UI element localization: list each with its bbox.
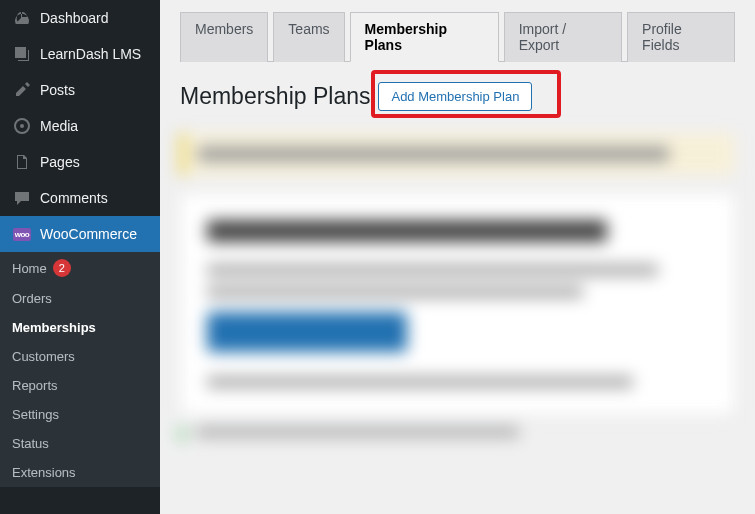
sidebar-item-learndash[interactable]: LearnDash LMS	[0, 36, 160, 72]
tab-members[interactable]: Members	[180, 12, 268, 62]
tab-teams[interactable]: Teams	[273, 12, 344, 62]
tab-membership-plans[interactable]: Membership Plans	[350, 12, 499, 62]
sidebar-label: Pages	[40, 154, 80, 170]
submenu-label: Settings	[12, 407, 59, 422]
sidebar-label: Media	[40, 118, 78, 134]
submenu-label: Extensions	[12, 465, 76, 480]
woocommerce-submenu: Home 2 Orders Memberships Customers Repo…	[0, 252, 160, 487]
submenu-memberships[interactable]: Memberships	[0, 313, 160, 342]
svg-point-1	[20, 124, 24, 128]
pages-icon	[12, 152, 32, 172]
submenu-label: Memberships	[12, 320, 96, 335]
add-membership-plan-button[interactable]: Add Membership Plan	[378, 82, 532, 111]
tab-bar: Members Teams Membership Plans Import / …	[180, 12, 735, 62]
main-content: Members Teams Membership Plans Import / …	[160, 0, 755, 514]
sidebar-item-posts[interactable]: Posts	[0, 72, 160, 108]
submenu-home[interactable]: Home 2	[0, 252, 160, 284]
submenu-label: Reports	[12, 378, 58, 393]
sidebar-item-woocommerce[interactable]: woo WooCommerce	[0, 216, 160, 252]
blurred-region	[180, 133, 735, 441]
submenu-label: Status	[12, 436, 49, 451]
submenu-label: Orders	[12, 291, 52, 306]
submenu-settings[interactable]: Settings	[0, 400, 160, 429]
submenu-status[interactable]: Status	[0, 429, 160, 458]
tab-profile-fields[interactable]: Profile Fields	[627, 12, 735, 62]
sidebar-item-comments[interactable]: Comments	[0, 180, 160, 216]
submenu-reports[interactable]: Reports	[0, 371, 160, 400]
dashboard-icon	[12, 8, 32, 28]
submenu-orders[interactable]: Orders	[0, 284, 160, 313]
sidebar-label: Comments	[40, 190, 108, 206]
tab-import-export[interactable]: Import / Export	[504, 12, 622, 62]
media-icon	[12, 116, 32, 136]
sidebar-item-media[interactable]: Media	[0, 108, 160, 144]
sidebar-label: Dashboard	[40, 10, 109, 26]
sidebar-item-pages[interactable]: Pages	[0, 144, 160, 180]
page-title: Membership Plans	[180, 83, 370, 110]
sidebar-label: WooCommerce	[40, 226, 137, 242]
submenu-label: Customers	[12, 349, 75, 364]
admin-sidebar: Dashboard LearnDash LMS Posts Media Page…	[0, 0, 160, 514]
learndash-icon	[12, 44, 32, 64]
submenu-extensions[interactable]: Extensions	[0, 458, 160, 487]
page-heading-row: Membership Plans Add Membership Plan	[180, 82, 735, 111]
notification-badge: 2	[53, 259, 71, 277]
sidebar-label: LearnDash LMS	[40, 46, 141, 62]
submenu-label: Home	[12, 261, 47, 276]
posts-icon	[12, 80, 32, 100]
comments-icon	[12, 188, 32, 208]
sidebar-label: Posts	[40, 82, 75, 98]
sidebar-item-dashboard[interactable]: Dashboard	[0, 0, 160, 36]
woocommerce-icon: woo	[12, 224, 32, 244]
submenu-customers[interactable]: Customers	[0, 342, 160, 371]
